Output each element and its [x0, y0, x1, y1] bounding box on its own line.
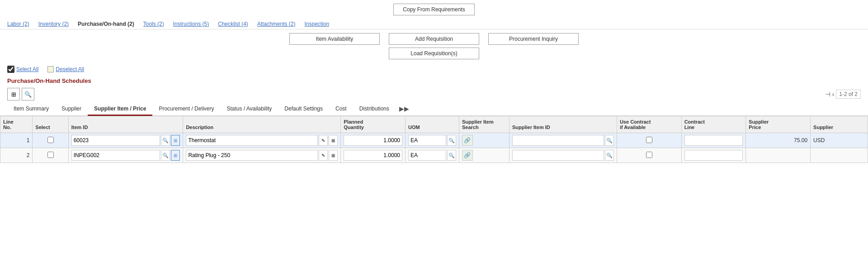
more-tabs-icon[interactable]: ▶▶	[396, 102, 413, 115]
search-toolbar-button[interactable]: 🔍	[22, 88, 34, 101]
cell-contract-line	[681, 133, 746, 148]
cell-supplier-price	[746, 148, 811, 163]
supplier-item-id-search-button[interactable]: 🔍	[605, 135, 614, 146]
use-contract-checkbox[interactable]	[646, 137, 652, 143]
planned-qty-input[interactable]	[344, 150, 402, 161]
supplier-item-search-button[interactable]: 🔗	[462, 135, 473, 146]
supplier-value: USD	[813, 137, 825, 144]
item-id-input[interactable]	[71, 150, 160, 161]
pagination: ⊣ ‹ 1-2 of 2	[825, 90, 861, 99]
th-contract-line: ContractLine	[681, 116, 746, 133]
tab-tools[interactable]: Tools (2)	[143, 21, 164, 27]
description-edit-button[interactable]: ✎	[319, 150, 328, 161]
contract-line-input[interactable]	[684, 135, 743, 146]
cell-planned-qty	[341, 133, 406, 148]
tab-attachments[interactable]: Attachments (2)	[257, 21, 296, 27]
cell-supplier-item-id: 🔍	[509, 148, 617, 163]
item-id-search-button[interactable]: 🔍	[161, 135, 170, 146]
sub-tabs: Item Summary Supplier Supplier Item / Pr…	[0, 102, 868, 116]
description-input[interactable]	[186, 135, 318, 146]
nav-tabs: Labor (2) Inventory (2) Purchase/On-hand…	[0, 19, 868, 29]
uom-input[interactable]	[408, 150, 446, 161]
subtab-item-summary[interactable]: Item Summary	[7, 103, 55, 116]
subtab-default-settings[interactable]: Default Settings	[278, 103, 329, 116]
load-requisitions-button[interactable]: Load Requisition(s)	[389, 48, 479, 59]
planned-qty-input[interactable]	[344, 135, 402, 146]
supplier-item-id-search-button[interactable]: 🔍	[605, 150, 614, 161]
cell-uom: 🔍	[406, 133, 459, 148]
description-expand-button[interactable]: ⊞	[329, 150, 338, 161]
tab-labor[interactable]: Labor (2)	[7, 21, 29, 27]
row-select-checkbox[interactable]	[47, 137, 54, 143]
th-uom: UOM	[406, 116, 459, 133]
description-expand-button[interactable]: ⊞	[329, 135, 338, 146]
cell-supplier-price: 75.00	[746, 133, 811, 148]
description-input[interactable]	[186, 150, 318, 161]
th-supplier-item-search: Supplier ItemSearch	[459, 116, 509, 133]
tab-instructions[interactable]: Instructions (5)	[173, 21, 209, 27]
first-page-button[interactable]: ⊣	[825, 91, 830, 98]
cell-select	[33, 133, 68, 148]
item-availability-button[interactable]: Item Availability	[289, 33, 380, 45]
grid-view-button[interactable]: ⊞	[7, 88, 20, 101]
add-requisition-button[interactable]: Add Requisition	[389, 33, 479, 45]
select-all-label[interactable]: Select All	[16, 66, 38, 72]
cell-line-no: 1	[0, 133, 33, 148]
tab-checklist[interactable]: Checklist (4)	[218, 21, 248, 27]
item-id-search-button[interactable]: 🔍	[161, 150, 170, 161]
copy-from-requirements-button[interactable]: Copy From Requirements	[393, 4, 474, 15]
cell-supplier-item-id: 🔍	[509, 133, 617, 148]
deselect-all-label[interactable]: Deselect All	[56, 66, 84, 72]
toolbar: ⊞ 🔍 ⊣ ‹ 1-2 of 2	[0, 86, 868, 102]
supplier-item-id-input[interactable]	[512, 150, 604, 161]
uom-search-button[interactable]: 🔍	[447, 150, 456, 161]
cell-item-id: 🔍 ⊞	[68, 133, 183, 148]
table-wrapper: LineNo. Select Item ID Description Plann…	[0, 116, 868, 163]
supplier-item-id-input[interactable]	[512, 135, 604, 146]
subtab-supplier[interactable]: Supplier	[55, 103, 88, 116]
middle-action-col: Add Requisition Load Requisition(s)	[389, 33, 479, 59]
th-item-id: Item ID	[68, 116, 183, 133]
item-id-nav-button[interactable]: ⊞	[171, 135, 180, 146]
cell-supplier	[811, 148, 868, 163]
description-edit-button[interactable]: ✎	[319, 135, 328, 146]
cell-supplier-item-search: 🔗	[459, 148, 509, 163]
deselect-all-checkbox-visual	[47, 66, 54, 72]
action-buttons-area: Item Availability Add Requisition Load R…	[0, 29, 868, 63]
tab-purchase-onhand[interactable]: Purchase/On-hand (2)	[78, 21, 134, 27]
cell-supplier-item-search: 🔗	[459, 133, 509, 148]
tab-inspection[interactable]: Inspection	[305, 21, 330, 27]
th-use-contract: Use Contractif Available	[617, 116, 681, 133]
subtab-status-availability[interactable]: Status / Availability	[220, 103, 278, 116]
cell-description: ✎ ⊞	[183, 148, 341, 163]
th-supplier-price: SupplierPrice	[746, 116, 811, 133]
supplier-price-value: 75.00	[794, 137, 807, 144]
tab-inventory[interactable]: Inventory (2)	[38, 21, 69, 27]
subtab-distributions[interactable]: Distributions	[353, 103, 396, 116]
use-contract-checkbox[interactable]	[646, 152, 652, 158]
subtab-cost[interactable]: Cost	[329, 103, 353, 116]
subtab-supplier-item-price[interactable]: Supplier Item / Price	[88, 103, 152, 116]
cell-uom: 🔍	[406, 148, 459, 163]
purchase-onhand-table: LineNo. Select Item ID Description Plann…	[0, 116, 868, 163]
item-id-input[interactable]	[71, 135, 160, 146]
uom-input[interactable]	[408, 135, 446, 146]
cell-item-id: 🔍 ⊞	[68, 148, 183, 163]
page-info: 1-2 of 2	[836, 90, 861, 99]
cell-select	[33, 148, 68, 163]
select-all-checkbox[interactable]	[7, 66, 14, 73]
section-title: Purchase/On-Hand Schedules	[0, 76, 868, 86]
prev-page-button[interactable]: ‹	[832, 91, 835, 98]
th-description: Description	[183, 116, 341, 133]
procurement-inquiry-button[interactable]: Procurement Inquiry	[488, 33, 579, 45]
supplier-item-search-button[interactable]: 🔗	[462, 150, 473, 161]
th-supplier: Supplier	[811, 116, 868, 133]
contract-line-input[interactable]	[684, 150, 743, 161]
cell-description: ✎ ⊞	[183, 133, 341, 148]
item-id-nav-button[interactable]: ⊞	[171, 150, 180, 161]
th-select: Select	[33, 116, 68, 133]
subtab-procurement-delivery[interactable]: Procurement / Delivery	[152, 103, 220, 116]
th-line-no: LineNo.	[0, 116, 33, 133]
uom-search-button[interactable]: 🔍	[447, 135, 456, 146]
row-select-checkbox[interactable]	[47, 152, 54, 158]
